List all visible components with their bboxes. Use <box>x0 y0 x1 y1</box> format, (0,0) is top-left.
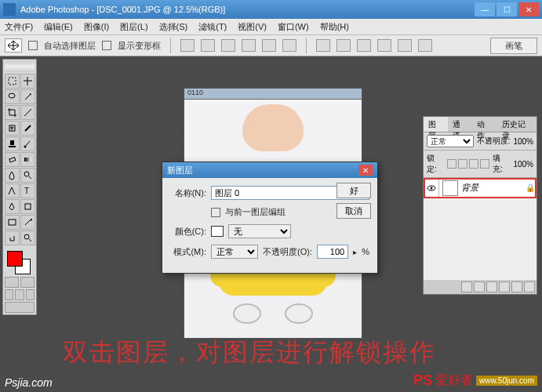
tool-stamp[interactable] <box>5 136 20 151</box>
layer-row-background[interactable]: 背景 🔒 <box>424 178 537 198</box>
blend-mode-select[interactable]: 正常 <box>427 135 474 147</box>
move-tool-icon[interactable] <box>5 38 22 53</box>
align-btn-3[interactable] <box>221 39 235 52</box>
layers-panel: 图层 通道 动作 历史记录 正常 不透明度: 100% 锁定: 填充: 100% <box>423 116 537 295</box>
menu-filter[interactable]: 滤镜(T) <box>198 21 227 33</box>
tool-notes[interactable] <box>5 215 20 230</box>
panel-opacity-value[interactable]: 100% <box>513 137 533 146</box>
dialog-close-button[interactable]: ✕ <box>358 165 373 176</box>
layer-folder-icon[interactable] <box>486 281 497 292</box>
layer-thumbnail[interactable] <box>442 180 458 196</box>
ok-button[interactable]: 好 <box>336 183 371 198</box>
distribute-btn-5[interactable] <box>398 39 412 52</box>
lock-transparent-icon[interactable] <box>447 159 457 169</box>
screen-standard[interactable] <box>5 289 13 300</box>
layer-adjust-icon[interactable] <box>499 281 510 292</box>
mode-select[interactable]: 正常 <box>211 245 258 259</box>
tool-marquee[interactable] <box>5 74 20 89</box>
tool-shape[interactable] <box>20 199 35 214</box>
dialog-titlebar[interactable]: 新图层 ✕ <box>162 162 377 178</box>
annotation-text: 双击图层，对图层进行解锁操作 <box>63 336 436 370</box>
auto-select-checkbox[interactable] <box>28 41 38 50</box>
tab-actions[interactable]: 动作 <box>472 117 497 132</box>
lock-paint-icon[interactable] <box>458 159 467 169</box>
toolbox-header[interactable] <box>5 61 35 72</box>
align-btn-2[interactable] <box>201 39 215 52</box>
tool-lasso[interactable] <box>5 89 20 104</box>
tab-layers[interactable]: 图层 <box>424 117 448 132</box>
menu-help[interactable]: 帮助(H) <box>320 21 349 33</box>
opacity-label: 不透明度(O): <box>263 246 312 258</box>
menu-window[interactable]: 窗口(W) <box>278 21 309 33</box>
color-select[interactable]: 无 <box>228 224 291 238</box>
tool-brush[interactable] <box>20 121 35 136</box>
mode-quickmask[interactable] <box>20 277 35 288</box>
distribute-btn-2[interactable] <box>336 39 351 52</box>
window-titlebar: Adobe Photoshop - [DSC_0001.JPG @ 12.5%(… <box>0 0 542 19</box>
distribute-btn-1[interactable] <box>316 39 330 52</box>
menu-edit[interactable]: 编辑(E) <box>44 21 73 33</box>
foreground-color[interactable] <box>7 251 23 267</box>
baby-shoe <box>285 303 313 324</box>
distribute-btn-4[interactable] <box>377 39 391 52</box>
watermark-url: www.50jun.com <box>476 376 537 386</box>
new-layer-dialog: 新图层 ✕ 名称(N): 与前一图层编组 颜色(C): 无 模式(M): <box>162 162 378 274</box>
group-label: 与前一图层编组 <box>225 206 286 218</box>
tool-path[interactable] <box>5 183 20 198</box>
svg-rect-11 <box>9 220 16 225</box>
lock-move-icon[interactable] <box>469 159 478 169</box>
maximize-button[interactable]: ☐ <box>497 2 517 16</box>
close-button[interactable]: ✕ <box>518 2 539 16</box>
align-btn-1[interactable] <box>180 39 195 52</box>
tool-eyedropper[interactable] <box>20 215 35 230</box>
menu-image[interactable]: 图像(I) <box>84 21 109 33</box>
tool-heal[interactable] <box>5 121 20 136</box>
menu-layer[interactable]: 图层(L) <box>120 21 147 33</box>
tab-history[interactable]: 历史记录 <box>497 117 537 132</box>
screen-full[interactable] <box>26 289 35 300</box>
color-swatches[interactable] <box>5 249 35 275</box>
tool-history-brush[interactable] <box>20 136 35 151</box>
lock-icon: 🔒 <box>526 183 537 192</box>
brush-palette-tab[interactable]: 画笔 <box>490 38 537 54</box>
menu-select[interactable]: 选择(S) <box>159 21 188 33</box>
tab-channels[interactable]: 通道 <box>448 117 472 132</box>
align-btn-6[interactable] <box>282 39 296 52</box>
tool-crop[interactable] <box>5 105 20 120</box>
watermark-logo: PS <box>413 372 432 389</box>
tool-wand[interactable] <box>20 89 35 104</box>
tool-slice[interactable] <box>20 105 35 120</box>
lock-all-icon[interactable] <box>480 159 489 169</box>
show-bounds-checkbox[interactable] <box>102 41 111 50</box>
mode-standard[interactable] <box>5 277 19 288</box>
svg-rect-3 <box>10 140 14 145</box>
distribute-btn-6[interactable] <box>418 39 432 52</box>
visibility-eye-icon[interactable] <box>424 178 439 198</box>
layer-fx-icon[interactable] <box>461 281 472 292</box>
jump-to-imageready[interactable] <box>5 302 35 313</box>
align-btn-5[interactable] <box>262 39 276 52</box>
fill-value[interactable]: 100% <box>513 160 533 169</box>
new-layer-icon[interactable] <box>511 281 522 292</box>
delete-layer-icon[interactable] <box>524 281 535 292</box>
tool-eraser[interactable] <box>5 152 20 167</box>
tool-pen[interactable] <box>5 199 20 214</box>
cancel-button[interactable]: 取消 <box>336 203 371 219</box>
tool-blur[interactable] <box>5 168 20 183</box>
tool-hand[interactable] <box>5 230 20 245</box>
group-checkbox[interactable] <box>211 208 220 217</box>
screen-full-menu[interactable] <box>15 289 24 300</box>
distribute-btn-3[interactable] <box>357 39 371 52</box>
tool-dodge[interactable] <box>20 168 35 183</box>
minimize-button[interactable]: — <box>475 2 495 16</box>
tool-gradient[interactable] <box>20 152 35 167</box>
menu-file[interactable]: 文件(F) <box>5 21 33 33</box>
layer-name[interactable]: 背景 <box>461 182 526 194</box>
tool-move[interactable] <box>20 74 35 89</box>
align-btn-4[interactable] <box>242 39 256 52</box>
tool-zoom[interactable] <box>20 230 35 245</box>
opacity-input[interactable] <box>317 245 348 259</box>
tool-type[interactable]: T <box>20 183 35 198</box>
layer-mask-icon[interactable] <box>474 281 485 292</box>
menu-view[interactable]: 视图(V) <box>238 21 267 33</box>
